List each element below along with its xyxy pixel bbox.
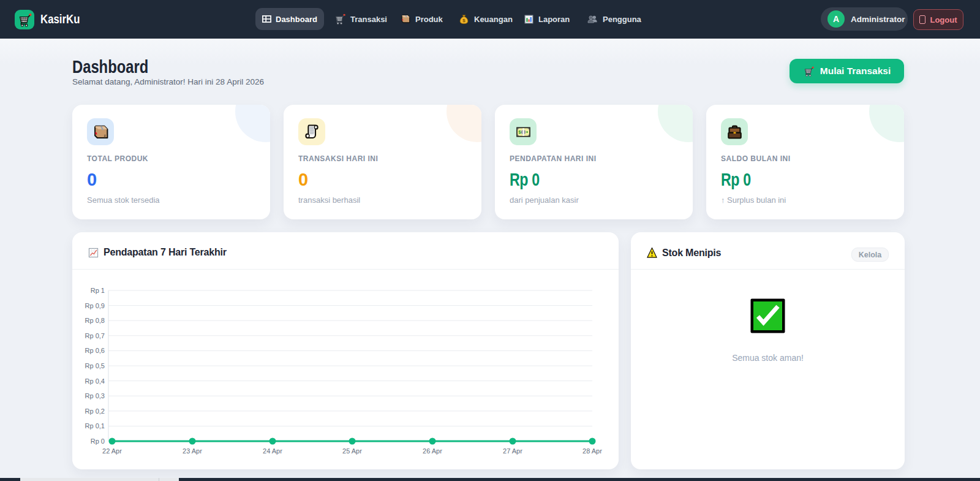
svg-text:$: $	[462, 17, 466, 23]
svg-text:Rp 0,8: Rp 0,8	[85, 317, 105, 324]
svg-text:22 Apr: 22 Apr	[102, 447, 122, 455]
svg-text:Rp 1: Rp 1	[91, 287, 105, 294]
svg-text:28 Apr: 28 Apr	[582, 447, 602, 455]
svg-text:Rp 0,9: Rp 0,9	[85, 302, 105, 309]
svg-text:27 Apr: 27 Apr	[503, 447, 522, 455]
svg-text:Rp 0,3: Rp 0,3	[85, 392, 105, 400]
svg-text:Rp 0,2: Rp 0,2	[85, 407, 105, 415]
svg-text:Rp 0,5: Rp 0,5	[85, 362, 105, 369]
svg-text:Rp 0: Rp 0	[91, 437, 105, 445]
svg-text:25 Apr: 25 Apr	[342, 447, 362, 455]
svg-text:Rp 0,6: Rp 0,6	[85, 347, 105, 354]
svg-text:Rp 0,4: Rp 0,4	[85, 377, 105, 385]
svg-text:Rp 0,7: Rp 0,7	[85, 332, 105, 339]
svg-text:$: $	[518, 129, 521, 135]
svg-text:26 Apr: 26 Apr	[423, 447, 442, 455]
svg-text:Rp 0,1: Rp 0,1	[85, 422, 105, 430]
svg-text:24 Apr: 24 Apr	[263, 447, 282, 455]
svg-text:23 Apr: 23 Apr	[183, 447, 202, 455]
